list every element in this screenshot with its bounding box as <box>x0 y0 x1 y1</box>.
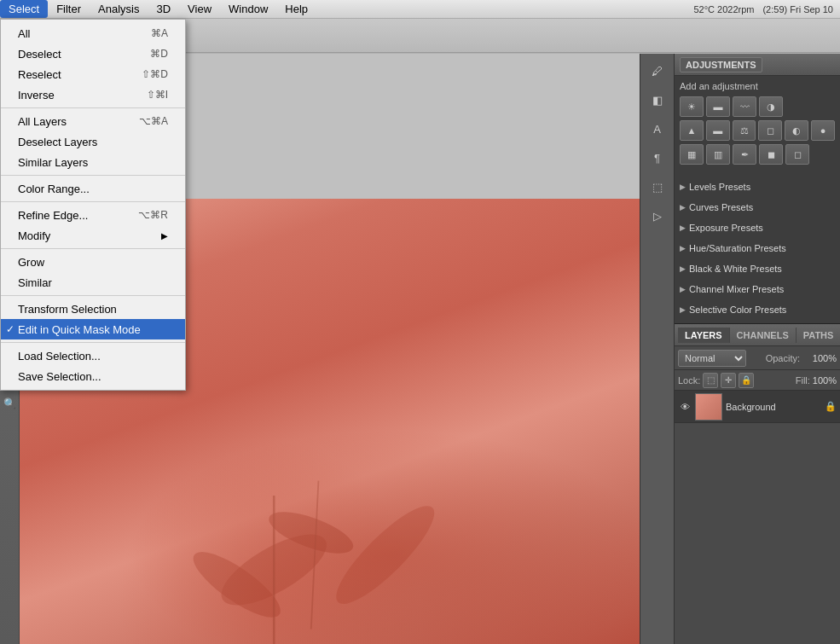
rp-icon-3[interactable]: A <box>645 117 670 141</box>
adj-dark-icon[interactable]: ◼ <box>759 144 783 165</box>
menu-item-refine-edge[interactable]: Refine Edge... ⌥⌘R <box>1 205 185 225</box>
rp-icon-1[interactable]: 🖊 <box>645 59 670 83</box>
menubar-window[interactable]: Window <box>220 0 276 18</box>
preset-bw[interactable]: ▶ Black & White Presets <box>675 258 840 279</box>
adj-levels-icon[interactable]: ▬ <box>706 96 730 117</box>
preset-label-bw: Black & White Presets <box>689 264 782 274</box>
menu-shortcut-all-layers: ⌥⌘A <box>139 115 168 127</box>
adj-icons-row-2: ▲ ▬ ⚖ ◻ ◐ ● <box>680 120 835 141</box>
menu-item-deselect[interactable]: Deselect ⌘D <box>1 44 185 64</box>
fill-value: 100% <box>813 375 837 386</box>
preset-arrow-bw: ▶ <box>680 264 686 273</box>
menu-item-inverse[interactable]: Inverse ⇧⌘I <box>1 84 185 105</box>
adj-gradient-icon[interactable]: ● <box>811 120 835 141</box>
select-dropdown-menu: All ⌘A Deselect ⌘D Reselect ⇧⌘D Inverse … <box>0 19 186 391</box>
tab-paths[interactable]: PATHS <box>797 328 840 343</box>
menu-item-save-selection[interactable]: Save Selection... <box>1 366 185 386</box>
menu-item-quick-mask[interactable]: Edit in Quick Mask Mode <box>1 319 185 339</box>
menubar-3d[interactable]: 3D <box>148 0 179 18</box>
menu-label-similar-layers: Similar Layers <box>18 156 88 169</box>
menu-item-grow[interactable]: Grow <box>1 252 185 272</box>
preset-arrow-curves: ▶ <box>680 203 686 212</box>
adj-pen-icon[interactable]: ✒ <box>733 144 756 165</box>
preset-levels[interactable]: ▶ Levels Presets <box>675 177 840 197</box>
menu-item-similar-layers[interactable]: Similar Layers <box>1 152 185 172</box>
cpu-info: 52°C 2022rpm <box>693 4 754 15</box>
bottom-panel: LAYERS CHANNELS PATHS ⊞ ≡ Normal Opacity… <box>675 324 840 644</box>
rp-icon-5[interactable]: ⬚ <box>645 175 670 199</box>
adj-pattern-icon[interactable]: ▦ <box>680 144 704 165</box>
menubar-select[interactable]: Select <box>0 0 48 18</box>
tab-channels[interactable]: CHANNELS <box>730 328 797 343</box>
menu-shortcut-deselect: ⌘D <box>150 48 168 60</box>
preset-channel[interactable]: ▶ Channel Mixer Presets <box>675 279 840 299</box>
menubar-analysis[interactable]: Analysis <box>90 0 148 18</box>
adj-selective-icon[interactable]: ◻ <box>758 120 782 141</box>
adj-hue-icon[interactable]: ▲ <box>680 120 704 141</box>
menubar-help[interactable]: Help <box>276 0 316 18</box>
separator-4 <box>1 248 185 249</box>
presets-list: ▶ Levels Presets ▶ Curves Presets ▶ Expo… <box>675 173 840 323</box>
tab-layers[interactable]: LAYERS <box>678 328 730 343</box>
adj-icons-row-1: ☀ ▬ 〰 ◑ <box>680 96 835 117</box>
menu-item-deselect-layers[interactable]: Deselect Layers <box>1 131 185 152</box>
menu-arrow-modify: ▶ <box>161 231 168 241</box>
right-icon-strip: 🖊 ◧ A ¶ ⬚ ▷ <box>640 54 674 644</box>
preset-exposure[interactable]: ▶ Exposure Presets <box>675 218 840 238</box>
tool-zoom[interactable]: 🔍 <box>1 395 18 412</box>
preset-label-channel: Channel Mixer Presets <box>689 284 784 294</box>
menu-item-all-layers[interactable]: All Layers ⌥⌘A <box>1 111 185 131</box>
lock-label: Lock: <box>678 375 700 386</box>
menu-label-save-selection: Save Selection... <box>18 370 101 383</box>
menu-shortcut-reselect: ⇧⌘D <box>142 68 168 80</box>
menubar-filter[interactable]: Filter <box>48 0 90 18</box>
adjustments-panel: ADJUSTMENTS Add an adjustment ☀ ▬ 〰 ◑ ▲ … <box>675 54 840 324</box>
adj-exposure-icon[interactable]: ◑ <box>759 96 783 117</box>
preset-label-hue: Hue/Saturation Presets <box>689 243 786 253</box>
separator-2 <box>1 175 185 176</box>
lock-pixels-btn[interactable]: ⬚ <box>703 373 718 388</box>
menu-label-deselect-layers: Deselect Layers <box>18 136 97 148</box>
menubar-system-info: 52°C 2022rpm (2:59) Fri Sep 10 <box>693 4 840 15</box>
separator-1 <box>1 107 185 108</box>
adj-bw-icon[interactable]: ▬ <box>706 120 730 141</box>
preset-selective[interactable]: ▶ Selective Color Presets <box>675 299 840 320</box>
table-row[interactable]: 👁 Background 🔒 <box>675 391 840 423</box>
menu-item-color-range[interactable]: Color Range... <box>1 178 185 199</box>
adj-icons-row-3: ▦ ▥ ✒ ◼ ◻ <box>680 144 835 165</box>
lock-move-btn[interactable]: ✛ <box>721 373 736 388</box>
menu-label-all: All <box>18 27 30 40</box>
menubar: Select Filter Analysis 3D View Window He… <box>0 0 840 19</box>
preset-curves[interactable]: ▶ Curves Presets <box>675 197 840 218</box>
preset-hue[interactable]: ▶ Hue/Saturation Presets <box>675 238 840 258</box>
menu-label-refine-edge: Refine Edge... <box>18 209 88 222</box>
menu-label-modify: Modify <box>18 229 50 242</box>
menu-item-similar[interactable]: Similar <box>1 272 185 293</box>
adj-solid-icon[interactable]: ▥ <box>706 144 730 165</box>
adj-channel-icon[interactable]: ⚖ <box>733 120 756 141</box>
menu-item-modify[interactable]: Modify ▶ <box>1 225 185 246</box>
adj-light-icon[interactable]: ◻ <box>785 144 809 165</box>
layer-thumbnail <box>695 393 722 421</box>
menu-shortcut-all: ⌘A <box>151 27 168 39</box>
blend-mode-select[interactable]: Normal <box>678 350 746 367</box>
menu-item-reselect[interactable]: Reselect ⇧⌘D <box>1 64 185 84</box>
menu-label-color-range: Color Range... <box>18 183 90 195</box>
adjustments-tab[interactable]: ADJUSTMENTS <box>680 57 762 73</box>
separator-6 <box>1 342 185 343</box>
layer-visibility-icon[interactable]: 👁 <box>678 400 692 414</box>
adj-brightness-icon[interactable]: ☀ <box>680 96 704 117</box>
rp-icon-4[interactable]: ¶ <box>645 146 670 170</box>
opacity-value: 100% <box>802 353 837 363</box>
menu-item-load-selection[interactable]: Load Selection... <box>1 345 185 366</box>
menubar-view[interactable]: View <box>179 0 220 18</box>
menu-label-similar: Similar <box>18 276 52 289</box>
menu-item-transform-selection[interactable]: Transform Selection <box>1 299 185 319</box>
rp-icon-2[interactable]: ◧ <box>645 88 670 112</box>
adj-curves-icon[interactable]: 〰 <box>733 96 756 117</box>
lock-all-btn[interactable]: 🔒 <box>739 373 754 388</box>
rp-icon-6[interactable]: ▷ <box>645 204 670 228</box>
adj-threshold-icon[interactable]: ◐ <box>785 120 808 141</box>
preset-label-exposure: Exposure Presets <box>689 223 763 233</box>
menu-item-all[interactable]: All ⌘A <box>1 23 185 44</box>
